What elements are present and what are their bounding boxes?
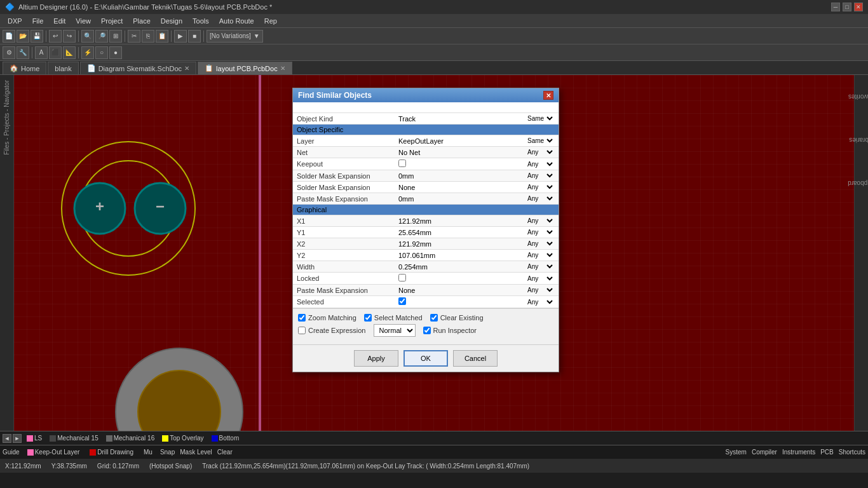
menu-view[interactable]: View [71,16,96,26]
tab-schematic-label: Diagram Skematik.SchDoc [98,65,182,72]
tb-zoom-in[interactable]: 🔍 [81,30,94,43]
tb-zoom-out[interactable]: 🔎 [95,30,108,43]
solder-mask-exp2-match[interactable]: AnySame [491,182,559,193]
layer-bottom-label: Bottom [219,435,240,442]
no-variations-dropdown[interactable]: [No Variations] ▼ [207,30,263,43]
normal-dropdown[interactable]: Normal [374,324,416,337]
y1-label: Y1 [293,227,395,238]
paste-mask-exp-none-label: Paste Mask Expansion [293,285,395,296]
tb2-via[interactable]: ○ [95,46,108,59]
shortcuts-label[interactable]: Shortcuts [839,449,865,456]
x2-match[interactable]: AnySame [491,238,559,250]
layer-bottom-color [212,435,218,442]
tb-stop[interactable]: ■ [188,30,201,43]
system-label[interactable]: System [726,449,747,456]
menu-autoroute[interactable]: Auto Route [214,16,259,26]
tb-undo[interactable]: ↩ [49,30,62,43]
zoom-matching-checkbox[interactable] [298,314,306,322]
layer-top-overlay[interactable]: Top Overlay [159,434,206,442]
keepout-row: Keepout AnySame [293,158,559,170]
object-kind-match[interactable]: SameAny [491,113,559,125]
drill-drawing-item[interactable]: Drill Drawing [87,448,136,456]
layer-ls[interactable]: LS [24,434,44,442]
menu-file[interactable]: File [27,16,49,26]
menu-rep[interactable]: Rep [259,16,282,26]
tb-zoom-fit[interactable]: ⊞ [109,30,122,43]
layer-bottom[interactable]: Bottom [209,434,242,442]
net-match[interactable]: AnySame [491,147,559,158]
keep-out-layer-item[interactable]: Keep-Out Layer [25,448,83,456]
minimize-button[interactable]: ─ [831,3,840,11]
paste-mask-exp0-match[interactable]: AnySame [491,193,559,205]
locked-row: Locked AnySame [293,273,559,285]
menu-project[interactable]: Project [96,16,128,26]
run-inspector-checkbox[interactable] [423,327,431,334]
layer-mech15-color [50,435,56,442]
locked-checkbox[interactable] [398,274,406,281]
tb2-pad[interactable]: ● [109,46,122,59]
keepout-match[interactable]: AnySame [491,158,559,170]
clear-label[interactable]: Clear [217,449,233,456]
bottom-layer-bar: Guide Keep-Out Layer Drill Drawing Mu Sn… [0,445,868,459]
cancel-button[interactable]: Cancel [453,350,498,367]
tb-open[interactable]: 📂 [17,30,29,43]
tab-pcb[interactable]: 📋 layout PCB.PcbDoc ✕ [198,62,292,74]
ok-button[interactable]: OK [403,350,448,367]
layer-match[interactable]: SameAny [491,135,559,147]
tab-schematic[interactable]: 📄 Diagram Skematik.SchDoc ✕ [80,62,196,74]
menu-dxp[interactable]: DXP [3,16,27,26]
layer-prev-button[interactable]: ◄ [3,434,11,443]
tb2-2[interactable]: 🔧 [17,46,29,59]
keepout-checkbox[interactable] [398,159,406,167]
apply-button[interactable]: Apply [354,350,398,367]
paste-mask-exp-none-row: Paste Mask Expansion None AnySame [293,285,559,296]
tb-paste[interactable]: 📋 [156,30,168,43]
maximize-button[interactable]: □ [843,3,851,11]
layer-mechanical15[interactable]: Mechanical 15 [47,434,100,442]
tb2-5[interactable]: 📐 [63,46,76,59]
tab-schematic-close[interactable]: ✕ [184,65,189,72]
instruments-label[interactable]: Instruments [782,449,815,456]
tb2-4[interactable]: ⬛ [49,46,62,59]
tb-copy[interactable]: ⎘ [142,30,154,43]
create-expression-checkbox[interactable] [298,327,306,334]
compiler-label[interactable]: Compiler [752,449,777,456]
layer-mechanical16[interactable]: Mechanical 16 [104,434,157,442]
select-matched-option: Select Matched [364,314,423,322]
select-matched-checkbox[interactable] [364,314,372,322]
y1-match[interactable]: AnySame [491,227,559,238]
tb-new[interactable]: 📄 [3,30,15,43]
pcb-label[interactable]: PCB [820,449,834,456]
tab-home[interactable]: 🏠 Home [3,62,46,74]
tb-cut[interactable]: ✂ [128,30,140,43]
selected-match[interactable]: AnySame [491,296,559,308]
y2-match[interactable]: AnySame [491,250,559,261]
menu-edit[interactable]: Edit [48,16,71,26]
mu-item[interactable]: Mu [141,448,155,456]
clear-existing-checkbox[interactable] [430,314,438,322]
tb2-3[interactable]: A [35,46,48,59]
snap-label[interactable]: Snap [160,449,175,456]
layer-next-button[interactable]: ► [13,434,22,443]
menu-place[interactable]: Place [128,16,156,26]
solder-mask-exp1-match[interactable]: AnySame [491,170,559,182]
selected-checkbox[interactable] [398,297,406,305]
tb2-route[interactable]: ⚡ [81,46,94,59]
locked-label: Locked [293,273,395,285]
width-match[interactable]: AnySame [491,261,559,273]
locked-match[interactable]: AnySame [491,273,559,285]
tab-blank[interactable]: blank [48,62,78,74]
dialog-close-button[interactable]: ✕ [543,91,553,100]
tb-run[interactable]: ▶ [174,30,187,43]
tb-save[interactable]: 💾 [31,30,43,43]
tab-pcb-label: layout PCB.PcbDoc [216,65,278,72]
menu-design[interactable]: Design [156,16,187,26]
mask-level-label[interactable]: Mask Level [180,449,212,456]
close-button[interactable]: ✕ [854,3,863,11]
menu-tools[interactable]: Tools [187,16,214,26]
tb-redo[interactable]: ↪ [63,30,76,43]
tb2-1[interactable]: ⚙ [3,46,15,59]
tab-pcb-close[interactable]: ✕ [280,65,285,72]
paste-mask-exp-none-match[interactable]: AnySame [491,285,559,296]
x1-match[interactable]: AnySame [491,215,559,227]
